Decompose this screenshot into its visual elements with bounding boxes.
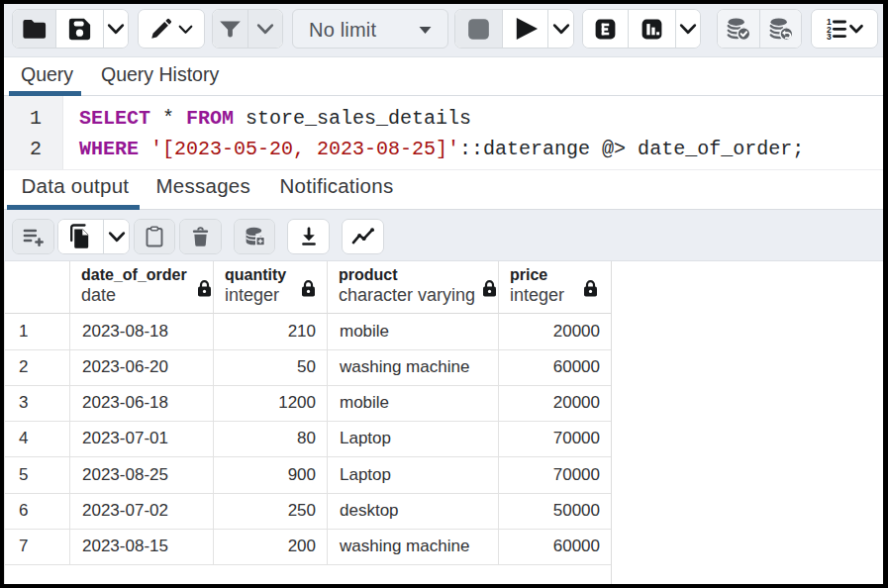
svg-text:3: 3 xyxy=(827,32,832,42)
